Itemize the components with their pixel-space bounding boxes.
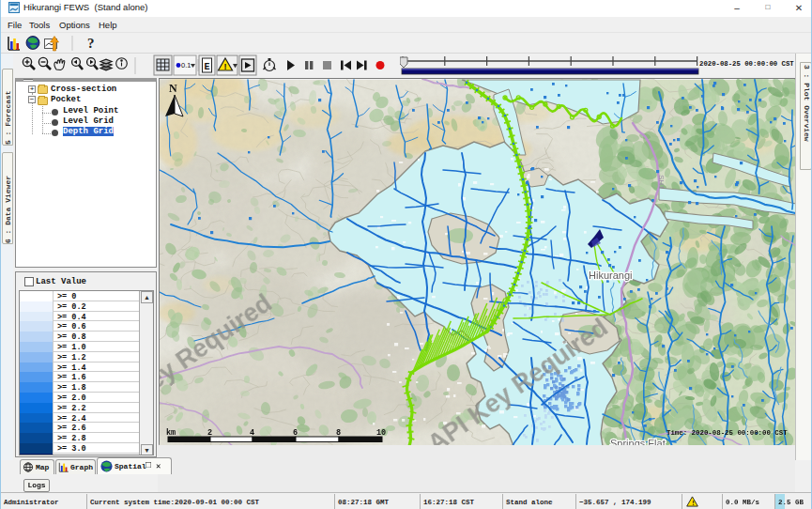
- svg-text:Hikurangi: Hikurangi: [589, 270, 632, 281]
- svg-text:km: km: [166, 428, 176, 438]
- svg-text:0.1: 0.1: [181, 61, 191, 69]
- svg-text:10: 10: [376, 428, 386, 438]
- svg-text:SH1: SH1: [657, 175, 666, 190]
- svg-text:N: N: [169, 82, 177, 95]
- svg-text:2: 2: [207, 428, 212, 438]
- svg-text:4: 4: [250, 428, 254, 438]
- svg-text:!: !: [224, 62, 227, 71]
- svg-text:Time: 2020-08-25 00:00:00 CST: Time: 2020-08-25 00:00:00 CST: [666, 429, 788, 437]
- svg-text:8: 8: [336, 428, 341, 438]
- svg-text:6: 6: [293, 428, 298, 438]
- svg-text:!: !: [691, 500, 695, 507]
- svg-text:?: ?: [87, 36, 95, 51]
- svg-text:E: E: [205, 62, 210, 72]
